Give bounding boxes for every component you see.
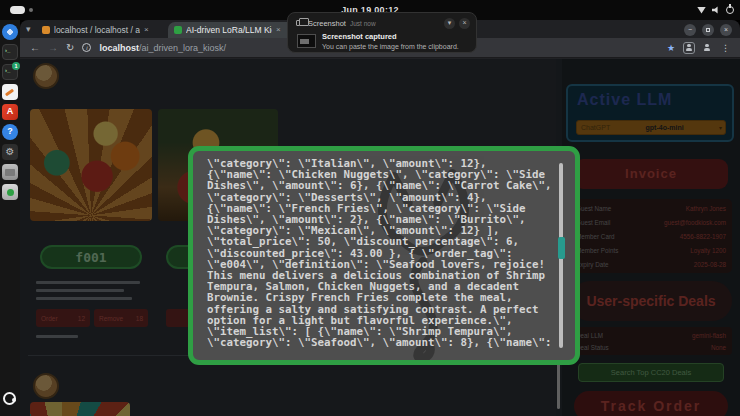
browser-menu-icon[interactable]: ⋮ <box>721 43 730 53</box>
dock-text-editor-icon[interactable] <box>2 84 18 100</box>
url-host: localhost <box>99 43 139 53</box>
tab2-favicon <box>174 26 182 34</box>
reload-button[interactable]: ↻ <box>66 43 74 53</box>
window-close-button[interactable]: × <box>720 24 732 36</box>
extensions-icon[interactable] <box>685 44 693 52</box>
bookmark-star-icon[interactable]: ★ <box>667 43 675 53</box>
notification-title: Screenshot captured <box>322 32 397 41</box>
power-icon <box>726 6 734 14</box>
dock-app-a-icon[interactable]: A <box>2 104 18 120</box>
notification-collapse-icon[interactable]: ▾ <box>444 18 455 29</box>
tab-localhost[interactable]: localhost / localhost / a × <box>36 22 166 38</box>
notification-body: You can paste the image from the clipboa… <box>322 43 459 50</box>
dock-terminal-icon[interactable] <box>2 44 18 60</box>
dock-badge: 1 <box>12 62 20 70</box>
profile-icon[interactable] <box>703 44 711 52</box>
tab2-title: AI-driven LoRa/LLM Kios <box>186 25 272 35</box>
screenshot-thumbnail <box>297 34 316 48</box>
screenshot-notification[interactable]: Screenshot Just now ▾ × Screenshot captu… <box>287 12 477 53</box>
tab-search-chevron-icon[interactable]: ▾ <box>26 23 31 35</box>
tab1-close-icon[interactable]: × <box>144 26 149 34</box>
tab2-close-icon[interactable]: × <box>276 26 281 34</box>
wifi-icon <box>697 7 706 14</box>
url-path: /ai_driven_lora_kiosk/ <box>139 43 226 53</box>
forward-button[interactable]: → <box>48 43 58 53</box>
dock-terminal-sessions-icon[interactable]: 1 <box>2 64 18 80</box>
tab-ai-kiosk[interactable]: AI-driven LoRa/LLM Kios × <box>168 22 298 38</box>
dock-files-icon[interactable] <box>2 164 18 180</box>
dock-chromium-icon[interactable] <box>2 24 18 40</box>
order-json-modal: \"category\": \"Italian\", \"amount\": 1… <box>188 146 580 365</box>
dock-help-icon[interactable]: ? <box>2 124 18 140</box>
back-button[interactable]: ← <box>30 43 40 53</box>
browser-window: ▾ localhost / localhost / a × AI-driven … <box>20 20 740 416</box>
notification-time: Just now <box>350 20 440 27</box>
tab1-title: localhost / localhost / a <box>54 25 140 35</box>
volume-icon <box>712 6 720 14</box>
site-info-icon[interactable]: i <box>82 43 91 52</box>
notification-close-icon[interactable]: × <box>459 18 470 29</box>
page-viewport: f001 f0 Order 12 Remove 18 Active LLM <box>20 59 740 416</box>
dock-ubuntu-icon[interactable] <box>3 392 16 405</box>
window-maximize-button[interactable] <box>702 24 714 36</box>
tab1-favicon <box>42 26 50 34</box>
dock-software-icon[interactable] <box>2 184 18 200</box>
window-minimize-button[interactable]: − <box>684 24 696 36</box>
dock: 1 A ? ⚙ <box>0 20 20 416</box>
notification-app-name: Screenshot <box>308 19 346 28</box>
order-json-text: \"category\": \"Italian\", \"amount\": 1… <box>207 158 553 348</box>
system-tray[interactable] <box>697 0 734 20</box>
dock-settings-icon[interactable]: ⚙ <box>2 144 18 160</box>
screenshot-app-icon <box>296 20 304 26</box>
notification-header: Screenshot Just now ▾ × <box>296 17 470 29</box>
modal-scrollbar-thumb[interactable] <box>558 237 565 259</box>
